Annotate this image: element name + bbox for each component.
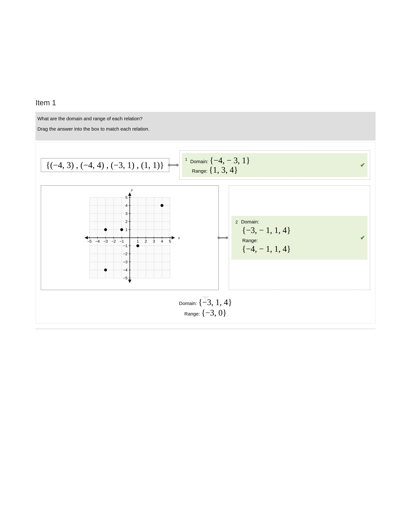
svg-text:−3: −3 <box>123 260 128 264</box>
svg-marker-27 <box>128 193 131 196</box>
svg-text:y: y <box>131 187 133 192</box>
domain-label: Domain: <box>241 219 259 224</box>
range-label: Range: <box>192 168 208 174</box>
svg-text:2: 2 <box>125 219 128 224</box>
domain-set: {−4, − 3, 1} <box>210 156 250 165</box>
svg-text:3: 3 <box>153 239 155 243</box>
svg-point-72 <box>120 228 123 231</box>
svg-text:2: 2 <box>145 239 147 243</box>
svg-text:x: x <box>178 235 180 240</box>
range-set: {1, 3, 4} <box>209 165 238 174</box>
answer-card-1[interactable]: 1 Domain: {−4, − 3, 1} Range: {1, 3, 4} … <box>182 153 367 177</box>
drop-zone-2[interactable]: 2 Domain: {−3, − 1, 1, 4} Range: {−4, − … <box>229 185 370 290</box>
svg-text:−4: −4 <box>123 268 128 272</box>
range-label: Range: <box>184 311 200 316</box>
domain-set: {−3, − 1, 1, 4} <box>242 225 364 235</box>
scatter-plot-box[interactable]: −5−4−3−2−112345−5−4−3−2−112345xy <box>41 185 219 290</box>
svg-text:5: 5 <box>125 195 128 200</box>
range-set: {−3, 0} <box>201 308 227 317</box>
svg-text:−1: −1 <box>120 239 124 243</box>
svg-point-74 <box>104 269 107 272</box>
svg-text:4: 4 <box>125 203 128 208</box>
notch-icon <box>201 296 210 299</box>
svg-text:−3: −3 <box>103 239 108 243</box>
svg-text:−2: −2 <box>111 239 116 243</box>
svg-text:−4: −4 <box>95 239 100 243</box>
connector-icon <box>219 237 227 238</box>
check-icon: ✔ <box>360 234 365 241</box>
svg-point-73 <box>136 244 139 247</box>
svg-text:1: 1 <box>137 239 139 243</box>
svg-text:−1: −1 <box>123 244 128 248</box>
svg-text:−5: −5 <box>87 239 92 243</box>
answer-card-2[interactable]: 2 Domain: {−3, − 1, 1, 4} Range: {−4, − … <box>232 216 367 260</box>
relation-set-box[interactable]: {(−4, 3) , (−4, 4) , (−3, 1) , (1, 1)} <box>41 158 169 172</box>
domain-label: Domain: <box>190 159 208 164</box>
divider <box>36 329 375 329</box>
item-title: Item 1 <box>36 98 375 107</box>
svg-marker-26 <box>85 236 88 239</box>
question-line-2: Drag the answer into the box to match ea… <box>37 126 374 132</box>
svg-text:−5: −5 <box>123 276 128 280</box>
svg-point-75 <box>160 204 163 207</box>
svg-text:5: 5 <box>169 239 171 243</box>
domain-label: Domain: <box>179 301 197 306</box>
match-row-1: {(−4, 3) , (−4, 4) , (−3, 1) , (1, 1)} 1… <box>41 150 370 180</box>
answer-pool[interactable]: Domain: {−3, 1, 4} Range: {−3, 0} <box>41 296 370 318</box>
scatter-plot: −5−4−3−2−112345−5−4−3−2−112345xy <box>41 186 218 290</box>
match-row-2: −5−4−3−2−112345−5−4−3−2−112345xy 2 Domai… <box>41 185 370 290</box>
range-label: Range: <box>242 238 258 243</box>
question-line-1: What are the domain and range of each re… <box>37 116 374 121</box>
work-area: {(−4, 3) , (−4, 4) , (−3, 1) , (1, 1)} 1… <box>36 142 375 324</box>
question-bar: What are the domain and range of each re… <box>36 112 375 141</box>
pool-answer-card[interactable]: Domain: {−3, 1, 4} Range: {−3, 0} <box>179 296 232 318</box>
answer-index: 1 <box>185 157 187 162</box>
drop-zone-1[interactable]: 1 Domain: {−4, − 3, 1} Range: {1, 3, 4} … <box>179 150 370 180</box>
svg-marker-28 <box>128 280 131 283</box>
svg-text:1: 1 <box>125 228 128 232</box>
svg-marker-25 <box>172 236 175 239</box>
svg-text:−2: −2 <box>123 252 128 256</box>
check-icon: ✔ <box>360 162 365 169</box>
svg-text:4: 4 <box>161 239 163 243</box>
svg-text:3: 3 <box>125 211 128 216</box>
range-set: {−4, − 1, 1, 4} <box>242 244 364 254</box>
connector-icon <box>169 164 177 166</box>
answer-index: 2 <box>235 219 238 224</box>
svg-point-71 <box>104 228 107 231</box>
